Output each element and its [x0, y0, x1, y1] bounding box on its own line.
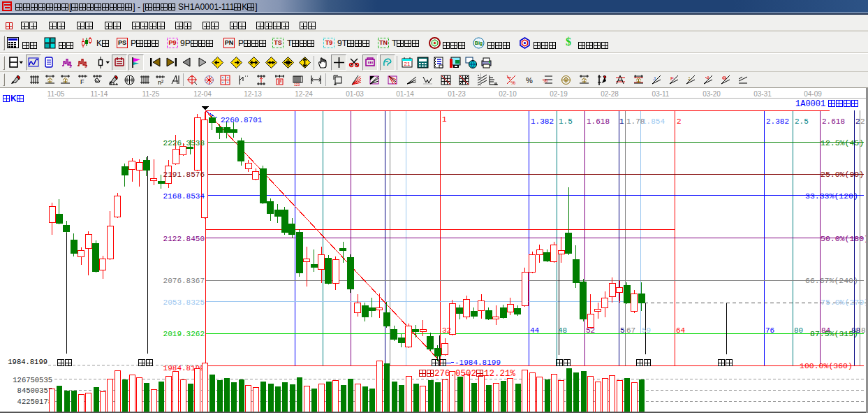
- svg-text:48: 48: [558, 326, 567, 335]
- svg-text:1: 1: [619, 117, 624, 126]
- svg-text:12-24: 12-24: [295, 90, 313, 98]
- svg-text:80: 80: [794, 326, 803, 335]
- svg-text:67: 67: [626, 326, 635, 335]
- svg-text:2053.8325: 2053.8325: [163, 298, 205, 307]
- svg-text:87.5%(315): 87.5%(315): [810, 329, 858, 338]
- svg-text:2: 2: [677, 117, 682, 126]
- svg-text:2122.8450: 2122.8450: [163, 235, 205, 243]
- svg-text:1984.8199: 1984.8199: [8, 358, 47, 366]
- svg-text:33.33%(120): 33.33%(120): [805, 191, 858, 201]
- svg-text:12-13: 12-13: [244, 90, 262, 98]
- svg-text:03-31: 03-31: [753, 90, 772, 98]
- svg-text:64: 64: [676, 326, 686, 335]
- svg-text:66.67%(240): 66.67%(240): [805, 276, 858, 285]
- svg-text:2.618: 2.618: [822, 117, 845, 126]
- svg-text:1.5: 1.5: [559, 117, 573, 126]
- svg-text:76: 76: [765, 326, 774, 335]
- svg-text:2076.8367: 2076.8367: [163, 277, 205, 285]
- svg-text:1.382: 1.382: [531, 117, 554, 126]
- svg-text:12.5%(45): 12.5%(45): [821, 138, 864, 147]
- svg-text:2.382: 2.382: [766, 117, 789, 126]
- svg-text:04-09: 04-09: [804, 90, 822, 98]
- svg-text:02-19: 02-19: [550, 90, 568, 98]
- svg-text:75.0%(270): 75.0%(270): [821, 298, 868, 307]
- svg-text:2019.3262: 2019.3262: [163, 330, 205, 338]
- svg-text:32: 32: [442, 326, 451, 335]
- svg-text:44: 44: [530, 326, 540, 335]
- svg-text:-1984.8199: -1984.8199: [455, 358, 501, 367]
- svg-text:12-04: 12-04: [193, 90, 212, 98]
- svg-text:100.0%(360): 100.0%(360): [800, 361, 853, 370]
- svg-text:11-25: 11-25: [142, 90, 160, 98]
- svg-text:2.5: 2.5: [795, 117, 809, 126]
- svg-text:59: 59: [642, 326, 651, 335]
- svg-text:2226.3538: 2226.3538: [163, 139, 205, 147]
- svg-text:1.618: 1.618: [587, 117, 610, 126]
- svg-text:02-28: 02-28: [601, 90, 619, 98]
- svg-text:126750535: 126750535: [13, 376, 52, 384]
- svg-text:25.0%(90): 25.0%(90): [821, 170, 864, 179]
- svg-text:03-20: 03-20: [703, 90, 721, 98]
- svg-text:1: 1: [442, 115, 447, 124]
- svg-text:52: 52: [586, 326, 595, 335]
- svg-text:2: 2: [855, 117, 860, 126]
- svg-text:11-14: 11-14: [91, 90, 108, 98]
- svg-text:84500357: 84500357: [17, 386, 52, 395]
- svg-text:1.854: 1.854: [642, 117, 665, 126]
- svg-text:5: 5: [620, 326, 625, 335]
- svg-text:2168.8534: 2168.8534: [163, 192, 205, 201]
- svg-text:50.0%(180): 50.0%(180): [821, 234, 868, 243]
- svg-text:11-05: 11-05: [47, 90, 65, 98]
- svg-text:02-10: 02-10: [499, 90, 517, 98]
- svg-text:03-11: 03-11: [652, 90, 670, 98]
- svg-text:01-03: 01-03: [346, 90, 364, 98]
- svg-text:42250178: 42250178: [17, 398, 52, 406]
- svg-text:2191.8576: 2191.8576: [163, 171, 205, 179]
- svg-text:01-23: 01-23: [448, 90, 466, 98]
- svg-text:01-14: 01-14: [396, 90, 414, 98]
